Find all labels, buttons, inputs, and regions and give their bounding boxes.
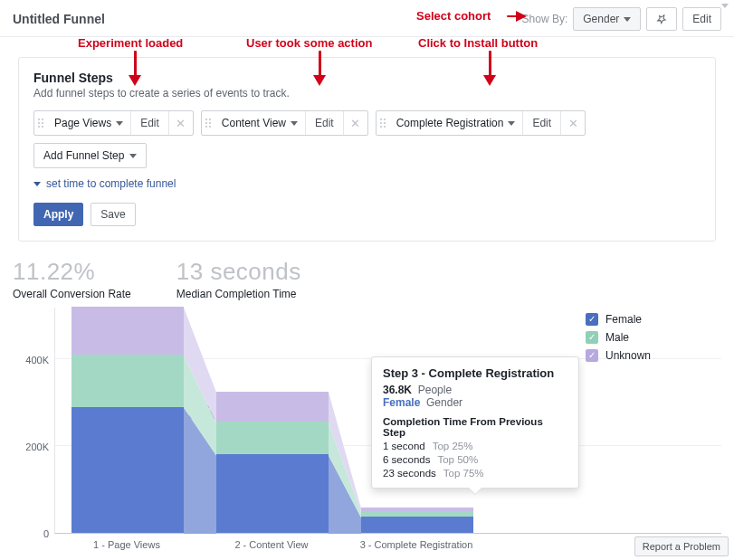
legend-item-female[interactable]: ✓ Female: [586, 313, 721, 326]
add-step-label: Add Funnel Step: [43, 149, 124, 162]
step-label-text: Page Views: [54, 117, 111, 129]
step-remove-button[interactable]: ✕: [169, 117, 193, 130]
tooltip-section: Completion Time From Previous Step: [383, 416, 567, 438]
edit-button-label: Edit: [692, 13, 711, 25]
tooltip-row-value: 6 seconds: [383, 454, 430, 465]
chevron-down-icon: [291, 121, 298, 126]
page-title: Untitled Funnel: [13, 12, 105, 26]
chevron-down-icon: [508, 121, 515, 126]
legend-label: Unknown: [605, 349, 651, 362]
tooltip-title: Step 3 - Complete Registration: [383, 366, 567, 380]
tooltip-row-metric: Top 75%: [443, 468, 484, 479]
tooltip-people-label: People: [418, 384, 452, 396]
bar-segment[interactable]: [71, 355, 184, 407]
panel-subtext: Add funnel steps to create a series of e…: [33, 87, 701, 100]
drag-handle-icon[interactable]: [34, 119, 47, 128]
conversion-value: 11.22%: [13, 258, 131, 286]
tooltip-row-value: 1 second: [383, 441, 425, 451]
report-problem-button[interactable]: Report a Problem: [634, 536, 729, 556]
funnel-step-1: Page Views Edit ✕: [33, 110, 194, 136]
x-label: 3 - Complete Registration: [344, 534, 489, 550]
tooltip-gender-value: Female: [383, 396, 420, 409]
bar-segment[interactable]: [361, 517, 473, 533]
funnel-steps-panel: Funnel Steps Add funnel steps to create …: [18, 57, 716, 242]
close-icon: ✕: [176, 117, 186, 130]
legend-swatch: ✓: [586, 349, 598, 362]
chevron-down-icon: [624, 17, 631, 22]
legend-item-unknown[interactable]: ✓ Unknown: [586, 349, 721, 362]
bar-segment[interactable]: [216, 454, 329, 533]
chevron-down-icon: [116, 121, 123, 126]
panel-heading: Funnel Steps: [33, 71, 701, 85]
pin-button[interactable]: [646, 7, 677, 31]
bar-segment[interactable]: [361, 508, 473, 511]
annot-experiment-loaded: Experiment loaded: [78, 36, 183, 50]
annot-click-install: Click to Install button: [418, 36, 538, 50]
step-remove-button[interactable]: ✕: [561, 117, 585, 130]
x-label: 1 - Page Views: [54, 534, 199, 550]
drag-handle-icon[interactable]: [377, 119, 389, 128]
chart-stage: [55, 308, 200, 533]
y-axis: 0 200K 400K: [13, 308, 54, 534]
legend-label: Male: [605, 331, 629, 344]
x-label: 2 - Content View: [199, 534, 344, 550]
pin-icon: [656, 14, 667, 24]
step-edit-button[interactable]: Edit: [523, 111, 561, 135]
overall-conversion: 11.22% Overall Conversion Rate: [13, 258, 131, 300]
step-label-text: Content View: [222, 117, 286, 129]
y-tick: 400K: [25, 355, 49, 365]
tooltip-row-value: 23 seconds: [383, 468, 436, 479]
step-select[interactable]: Complete Registration: [389, 111, 524, 135]
median-value: 13 seconds: [176, 258, 301, 286]
step-select[interactable]: Page Views: [47, 111, 131, 135]
step-remove-button[interactable]: ✕: [344, 117, 367, 130]
show-by-select[interactable]: Gender: [573, 7, 641, 31]
funnel-step-3: Complete Registration Edit ✕: [376, 110, 586, 136]
tooltip-gender-label: Gender: [426, 396, 462, 409]
show-by-label: Show By:: [522, 13, 568, 25]
conversion-label: Overall Conversion Rate: [13, 288, 131, 300]
save-button[interactable]: Save: [91, 203, 135, 226]
tooltip-row-metric: Top 50%: [437, 454, 478, 465]
legend-swatch: ✓: [586, 331, 598, 344]
step-edit-button[interactable]: Edit: [131, 111, 169, 135]
bar-segment[interactable]: [216, 422, 329, 454]
y-tick: 200K: [25, 441, 49, 452]
chevron-down-icon: [129, 154, 137, 158]
tooltip-row-metric: Top 25%: [433, 441, 473, 451]
close-icon: ✕: [568, 117, 578, 130]
median-label: Median Completion Time: [176, 288, 301, 300]
save-label: Save: [100, 208, 125, 221]
panel-collapse-icon[interactable]: [721, 4, 729, 8]
median-completion-time: 13 seconds Median Completion Time: [176, 258, 301, 300]
edit-button[interactable]: Edit: [682, 7, 721, 31]
x-axis: 1 - Page Views 2 - Content View 3 - Comp…: [13, 534, 721, 550]
tooltip-people-value: 36.8K: [383, 384, 412, 396]
set-time-link[interactable]: set time to complete funnel: [46, 177, 176, 190]
step-edit-button[interactable]: Edit: [306, 111, 344, 135]
bar-segment[interactable]: [71, 407, 184, 533]
show-by-value: Gender: [583, 13, 619, 25]
annot-user-action: User took some action: [246, 36, 372, 50]
step-select[interactable]: Content View: [214, 111, 306, 135]
legend-label: Female: [605, 313, 642, 326]
funnel-step-2: Content View Edit ✕: [201, 110, 368, 136]
bar-segment[interactable]: [71, 307, 184, 355]
funnel-chart: 0 200K 400K 62.1% ✓ Female ✓ Male ✓ Unkn…: [13, 308, 721, 534]
close-icon: ✕: [350, 117, 360, 130]
bar-segment[interactable]: [361, 511, 473, 517]
chart-tooltip: Step 3 - Complete Registration 36.8K Peo…: [371, 356, 579, 489]
chart-stage: [200, 308, 345, 533]
legend: ✓ Female ✓ Male ✓ Unknown: [586, 313, 721, 367]
add-funnel-step-button[interactable]: Add Funnel Step: [33, 143, 147, 168]
apply-button[interactable]: Apply: [33, 203, 83, 226]
bar-segment[interactable]: [216, 392, 329, 422]
y-tick: 0: [43, 528, 49, 539]
legend-swatch: ✓: [586, 313, 598, 326]
drag-handle-icon[interactable]: [202, 119, 214, 128]
legend-item-male[interactable]: ✓ Male: [586, 331, 721, 344]
apply-label: Apply: [43, 208, 73, 221]
step-label-text: Complete Registration: [396, 117, 504, 129]
chevron-down-icon: [33, 182, 41, 186]
